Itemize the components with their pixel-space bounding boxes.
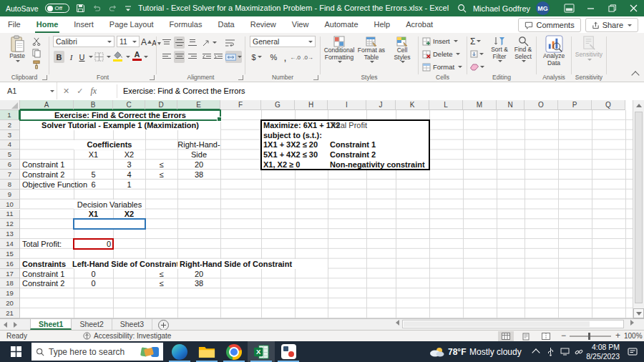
increase-indent-icon[interactable] (213, 51, 223, 63)
col-header-d[interactable]: D (145, 100, 177, 110)
undo-icon[interactable] (92, 4, 102, 13)
autosave-toggle[interactable]: Off (45, 4, 69, 13)
col-header-n[interactable]: N (497, 100, 525, 110)
decrease-decimal-icon[interactable]: .0→ (303, 52, 313, 64)
number-format-select[interactable]: General (250, 36, 316, 47)
cell-b10[interactable]: Decision Variables (74, 200, 145, 210)
format-painter-icon[interactable] (32, 60, 41, 69)
row-header-9[interactable]: 9 (0, 190, 20, 200)
zoom-slider[interactable] (570, 336, 611, 337)
cell-a17[interactable]: Constraint 1 (20, 269, 74, 279)
clear-icon[interactable] (470, 61, 484, 73)
cell-b4[interactable]: Coefficients (74, 140, 145, 150)
col-header-e[interactable]: E (177, 100, 220, 110)
align-center-icon[interactable] (174, 51, 185, 63)
font-color-dropdown-icon[interactable] (144, 56, 148, 58)
font-dialog-launcher[interactable] (150, 75, 155, 80)
taskbar-excel-icon[interactable]: X (248, 341, 275, 362)
vertical-scrollbar[interactable] (633, 100, 644, 318)
col-header-g[interactable]: G (261, 100, 295, 110)
cell-c5[interactable]: X2 (113, 150, 145, 160)
close-icon[interactable] (623, 0, 644, 16)
cell-b18[interactable]: 0 (74, 278, 113, 288)
decrease-indent-icon[interactable] (201, 51, 212, 63)
row-header-2[interactable]: 2 (0, 120, 20, 130)
cell-a14[interactable]: Total Profit: (20, 239, 74, 249)
cell-a18[interactable]: Constraint 2 (20, 278, 74, 288)
cell-e18[interactable]: 38 (177, 278, 220, 288)
cut-icon[interactable] (32, 37, 41, 46)
name-box-dropdown-icon[interactable] (50, 90, 54, 92)
analyze-data-button[interactable]: Analyze Data (538, 35, 570, 67)
taskbar-clock[interactable]: 4:08 PM8/25/2023 (578, 343, 620, 361)
cell-g2[interactable]: Maximize: 6X1 + 1X2 (261, 120, 295, 130)
cell-g4[interactable]: 1X1 + 3X2 ≤ 20 (261, 140, 295, 150)
hscroll-right-icon[interactable] (627, 320, 637, 326)
comma-style-icon[interactable]: , (280, 51, 291, 63)
select-all-corner[interactable] (0, 100, 20, 110)
fill-handle[interactable] (217, 117, 222, 122)
col-header-a[interactable]: A (20, 100, 74, 110)
row-header-10[interactable]: 10 (0, 200, 20, 210)
sheet-tab-sheet3[interactable]: Sheet3 (112, 319, 152, 330)
sheet-nav-left-icon[interactable] (0, 319, 10, 330)
cell-g5[interactable]: 5X1 + 4X2 ≤ 30 (261, 150, 295, 160)
row-header-3[interactable]: 3 (0, 130, 20, 140)
col-header-h[interactable]: H (295, 100, 328, 110)
zoom-out-icon[interactable]: − (561, 331, 566, 342)
page-break-view-icon[interactable] (538, 331, 554, 341)
row-header-19[interactable]: 19 (0, 288, 20, 298)
scroll-up-icon[interactable] (633, 100, 644, 110)
search-icon[interactable] (452, 0, 473, 16)
row-header-6[interactable]: 6 (0, 160, 20, 170)
col-header-b[interactable]: B (74, 100, 113, 110)
autosum-icon[interactable]: Σ (470, 35, 481, 47)
cell-b8[interactable]: 6 (74, 180, 113, 190)
font-color-icon[interactable]: A (132, 51, 142, 61)
insert-function-icon[interactable]: fx (90, 86, 97, 97)
row-header-11[interactable]: 11 (0, 210, 20, 220)
format-as-table-button[interactable]: Format as Table (356, 36, 386, 63)
format-cells-button[interactable]: Format (422, 62, 462, 72)
tab-review[interactable]: Review (243, 16, 284, 33)
cell-c6[interactable]: 3 (113, 160, 145, 170)
hscroll-left-icon[interactable] (392, 320, 402, 326)
cell-b17[interactable]: 0 (74, 269, 113, 279)
action-center-icon[interactable] (624, 341, 641, 362)
copy-icon[interactable] (32, 49, 41, 58)
cell-d7[interactable]: ≤ (145, 170, 177, 180)
align-right-icon[interactable] (187, 51, 197, 63)
row-header-7[interactable]: 7 (0, 170, 20, 180)
row-header-4[interactable]: 4 (0, 140, 20, 150)
horizontal-scroll-thumb[interactable] (404, 321, 590, 327)
redo-icon[interactable] (108, 4, 118, 13)
weather-icon[interactable] (429, 347, 444, 357)
row-header-5[interactable]: 5 (0, 150, 20, 160)
tray-usb-icon[interactable] (544, 341, 557, 362)
cell-b11[interactable]: X1 (74, 210, 113, 220)
cell-e5[interactable]: Side (177, 150, 220, 160)
weather-description[interactable]: Mostly cloudy (469, 347, 522, 357)
cell-d6[interactable]: ≤ (145, 160, 177, 170)
normal-view-icon[interactable] (498, 331, 514, 341)
fill-color-icon[interactable] (113, 52, 122, 62)
tab-data[interactable]: Data (210, 16, 242, 33)
zoom-in-icon[interactable]: + (615, 331, 620, 342)
cell-i5[interactable]: Constraint 2 (328, 150, 366, 160)
fill-icon[interactable] (470, 48, 484, 60)
ribbon-display-options-icon[interactable] (558, 0, 580, 16)
cell-c11[interactable]: X2 (113, 210, 145, 220)
minimize-icon[interactable] (580, 0, 601, 16)
insert-cells-button[interactable]: Insert (422, 36, 458, 47)
borders-icon[interactable] (94, 52, 104, 62)
cell-e17[interactable]: 20 (177, 269, 220, 279)
col-header-p[interactable]: P (558, 100, 592, 110)
row-header-12[interactable]: 12 (0, 219, 20, 229)
cell-g6[interactable]: X1, X2 ≥ 0 (261, 160, 295, 170)
row-header-16[interactable]: 16 (0, 259, 20, 269)
tab-home[interactable]: Home (29, 16, 67, 33)
alignment-dialog-launcher[interactable] (238, 75, 243, 80)
cell-a7[interactable]: Constraint 2 (20, 170, 74, 180)
tab-formulas[interactable]: Formulas (162, 16, 210, 33)
sensitivity-button[interactable]: Sensitivity (573, 35, 605, 61)
